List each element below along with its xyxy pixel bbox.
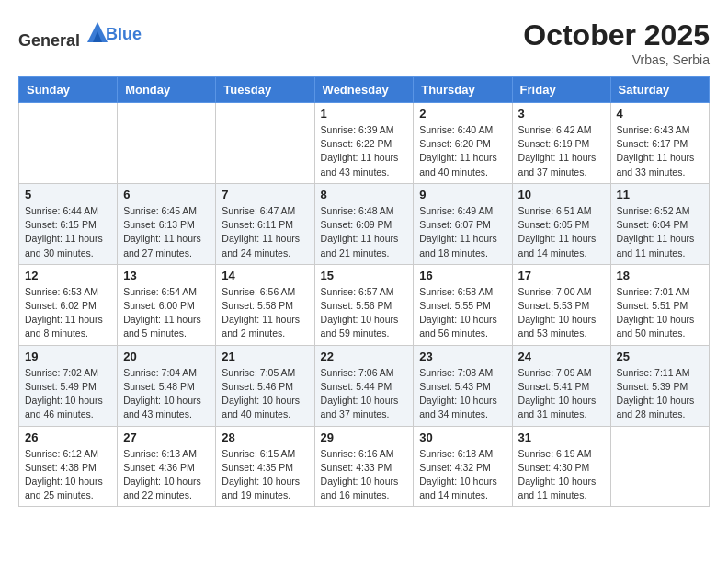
weekday-header: Wednesday [314, 77, 414, 103]
calendar-week-row: 5Sunrise: 6:44 AM Sunset: 6:15 PM Daylig… [19, 183, 710, 264]
day-number: 29 [321, 431, 408, 444]
day-info: Sunrise: 6:56 AM Sunset: 5:58 PM Dayligh… [222, 285, 308, 341]
day-number: 13 [123, 269, 210, 282]
calendar-cell: 13Sunrise: 6:54 AM Sunset: 6:00 PM Dayli… [118, 264, 216, 345]
day-info: Sunrise: 6:13 AM Sunset: 4:36 PM Dayligh… [123, 447, 210, 503]
day-info: Sunrise: 6:15 AM Sunset: 4:35 PM Dayligh… [222, 447, 308, 503]
calendar-cell: 21Sunrise: 7:05 AM Sunset: 5:46 PM Dayli… [216, 345, 314, 426]
calendar-cell: 31Sunrise: 6:19 AM Sunset: 4:30 PM Dayli… [512, 426, 610, 507]
day-info: Sunrise: 6:18 AM Sunset: 4:32 PM Dayligh… [419, 447, 506, 503]
day-info: Sunrise: 6:45 AM Sunset: 6:13 PM Dayligh… [123, 204, 210, 260]
day-info: Sunrise: 6:19 AM Sunset: 4:30 PM Dayligh… [518, 447, 605, 503]
day-number: 24 [518, 350, 605, 363]
day-number: 19 [25, 350, 111, 363]
logo-general: General [18, 31, 80, 50]
day-number: 17 [518, 269, 605, 282]
calendar-cell: 28Sunrise: 6:15 AM Sunset: 4:35 PM Dayli… [216, 426, 314, 507]
calendar-cell: 5Sunrise: 6:44 AM Sunset: 6:15 PM Daylig… [19, 183, 118, 264]
calendar-cell: 17Sunrise: 7:00 AM Sunset: 5:53 PM Dayli… [512, 264, 610, 345]
calendar-cell [19, 103, 118, 184]
calendar-cell: 16Sunrise: 6:58 AM Sunset: 5:55 PM Dayli… [414, 264, 512, 345]
calendar-cell: 7Sunrise: 6:47 AM Sunset: 6:11 PM Daylig… [216, 183, 314, 264]
day-number: 3 [518, 107, 605, 121]
calendar-cell: 9Sunrise: 6:49 AM Sunset: 6:07 PM Daylig… [414, 183, 512, 264]
day-info: Sunrise: 6:52 AM Sunset: 6:04 PM Dayligh… [617, 204, 703, 260]
day-number: 10 [518, 188, 605, 201]
calendar-week-row: 26Sunrise: 6:12 AM Sunset: 4:38 PM Dayli… [19, 426, 710, 507]
day-number: 22 [321, 350, 408, 363]
day-info: Sunrise: 7:02 AM Sunset: 5:49 PM Dayligh… [25, 366, 111, 422]
calendar-cell [216, 103, 314, 184]
calendar-cell: 14Sunrise: 6:56 AM Sunset: 5:58 PM Dayli… [216, 264, 314, 345]
calendar-cell: 6Sunrise: 6:45 AM Sunset: 6:13 PM Daylig… [118, 183, 216, 264]
calendar-cell: 23Sunrise: 7:08 AM Sunset: 5:43 PM Dayli… [414, 345, 512, 426]
day-info: Sunrise: 6:12 AM Sunset: 4:38 PM Dayligh… [25, 447, 111, 503]
day-info: Sunrise: 6:43 AM Sunset: 6:17 PM Dayligh… [617, 123, 703, 179]
calendar-cell: 30Sunrise: 6:18 AM Sunset: 4:32 PM Dayli… [414, 426, 512, 507]
day-info: Sunrise: 6:53 AM Sunset: 6:02 PM Dayligh… [25, 285, 111, 341]
day-info: Sunrise: 7:06 AM Sunset: 5:44 PM Dayligh… [321, 366, 408, 422]
day-info: Sunrise: 6:48 AM Sunset: 6:09 PM Dayligh… [321, 204, 408, 260]
day-number: 30 [419, 431, 506, 444]
page-header: General Blue October 2025 Vrbas, Serbia [18, 18, 710, 67]
calendar-week-row: 1Sunrise: 6:39 AM Sunset: 6:22 PM Daylig… [19, 103, 710, 184]
day-number: 1 [321, 107, 408, 121]
logo-text: General [18, 18, 111, 51]
calendar-cell: 20Sunrise: 7:04 AM Sunset: 5:48 PM Dayli… [118, 345, 216, 426]
day-info: Sunrise: 7:05 AM Sunset: 5:46 PM Dayligh… [222, 366, 308, 422]
calendar-cell: 12Sunrise: 6:53 AM Sunset: 6:02 PM Dayli… [19, 264, 118, 345]
day-info: Sunrise: 7:01 AM Sunset: 5:51 PM Dayligh… [617, 285, 703, 341]
calendar-week-row: 12Sunrise: 6:53 AM Sunset: 6:02 PM Dayli… [19, 264, 710, 345]
calendar-cell: 4Sunrise: 6:43 AM Sunset: 6:17 PM Daylig… [610, 103, 709, 184]
day-number: 20 [123, 350, 210, 363]
calendar-cell: 25Sunrise: 7:11 AM Sunset: 5:39 PM Dayli… [610, 345, 709, 426]
logo-blue: Blue [106, 25, 142, 44]
calendar-cell: 26Sunrise: 6:12 AM Sunset: 4:38 PM Dayli… [19, 426, 118, 507]
weekday-header: Sunday [19, 77, 118, 103]
day-info: Sunrise: 6:44 AM Sunset: 6:15 PM Dayligh… [25, 204, 111, 260]
calendar-cell: 10Sunrise: 6:51 AM Sunset: 6:05 PM Dayli… [512, 183, 610, 264]
weekday-header: Saturday [610, 77, 709, 103]
day-number: 15 [321, 269, 408, 282]
month-title: October 2025 [523, 18, 710, 52]
weekday-header: Thursday [414, 77, 512, 103]
calendar-cell: 15Sunrise: 6:57 AM Sunset: 5:56 PM Dayli… [314, 264, 414, 345]
day-number: 2 [419, 107, 506, 121]
day-number: 11 [617, 188, 703, 201]
calendar-cell: 18Sunrise: 7:01 AM Sunset: 5:51 PM Dayli… [610, 264, 709, 345]
day-info: Sunrise: 6:47 AM Sunset: 6:11 PM Dayligh… [222, 204, 308, 260]
day-number: 6 [123, 188, 210, 201]
day-info: Sunrise: 6:57 AM Sunset: 5:56 PM Dayligh… [321, 285, 408, 341]
title-section: October 2025 Vrbas, Serbia [523, 18, 710, 67]
calendar-table: SundayMondayTuesdayWednesdayThursdayFrid… [18, 76, 710, 507]
day-info: Sunrise: 6:40 AM Sunset: 6:20 PM Dayligh… [419, 123, 506, 179]
calendar-cell: 3Sunrise: 6:42 AM Sunset: 6:19 PM Daylig… [512, 103, 610, 184]
day-number: 4 [617, 107, 703, 121]
weekday-header: Monday [118, 77, 216, 103]
day-number: 12 [25, 269, 111, 282]
day-number: 7 [222, 188, 308, 201]
calendar-cell: 8Sunrise: 6:48 AM Sunset: 6:09 PM Daylig… [314, 183, 414, 264]
calendar-cell: 27Sunrise: 6:13 AM Sunset: 4:36 PM Dayli… [118, 426, 216, 507]
calendar-cell: 29Sunrise: 6:16 AM Sunset: 4:33 PM Dayli… [314, 426, 414, 507]
calendar-cell [610, 426, 709, 507]
day-number: 28 [222, 431, 308, 444]
calendar-cell: 11Sunrise: 6:52 AM Sunset: 6:04 PM Dayli… [610, 183, 709, 264]
day-number: 26 [25, 431, 111, 444]
day-number: 5 [25, 188, 111, 201]
weekday-header: Tuesday [216, 77, 314, 103]
day-info: Sunrise: 6:39 AM Sunset: 6:22 PM Dayligh… [321, 123, 408, 179]
day-info: Sunrise: 6:51 AM Sunset: 6:05 PM Dayligh… [518, 204, 605, 260]
calendar-cell [118, 103, 216, 184]
location-subtitle: Vrbas, Serbia [523, 52, 710, 67]
day-number: 8 [321, 188, 408, 201]
day-info: Sunrise: 7:09 AM Sunset: 5:41 PM Dayligh… [518, 366, 605, 422]
day-info: Sunrise: 6:42 AM Sunset: 6:19 PM Dayligh… [518, 123, 605, 179]
calendar-cell: 22Sunrise: 7:06 AM Sunset: 5:44 PM Dayli… [314, 345, 414, 426]
day-number: 25 [617, 350, 703, 363]
weekday-header: Friday [512, 77, 610, 103]
day-number: 31 [518, 431, 605, 444]
day-info: Sunrise: 7:08 AM Sunset: 5:43 PM Dayligh… [419, 366, 506, 422]
day-number: 16 [419, 269, 506, 282]
calendar-cell: 2Sunrise: 6:40 AM Sunset: 6:20 PM Daylig… [414, 103, 512, 184]
